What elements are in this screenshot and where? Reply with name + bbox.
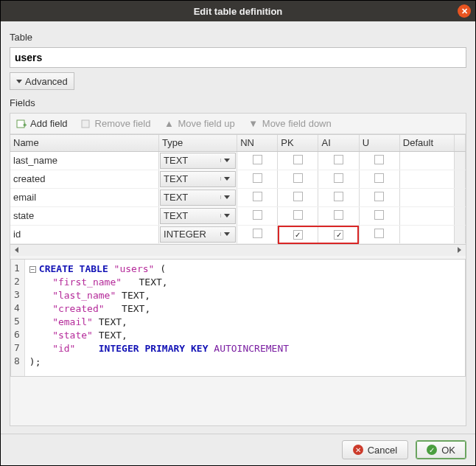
type-value: TEXT — [164, 192, 188, 203]
cancel-icon: ✕ — [353, 445, 363, 455]
nn-checkbox[interactable] — [253, 192, 262, 201]
pk-checkbox[interactable] — [293, 210, 303, 220]
remove-field-label: Remove field — [95, 118, 151, 129]
add-field-button[interactable]: + Add field — [16, 118, 68, 129]
pk-checkbox[interactable] — [293, 173, 303, 183]
type-value: TEXT — [164, 173, 188, 184]
chevron-down-icon[interactable] — [220, 195, 232, 199]
ok-icon: ✓ — [427, 445, 437, 455]
type-select[interactable]: TEXT — [160, 208, 236, 224]
ai-checkbox[interactable] — [334, 210, 343, 220]
type-select[interactable]: TEXT — [160, 171, 236, 187]
ai-checkbox[interactable] — [334, 173, 343, 183]
default-cell[interactable] — [399, 151, 454, 170]
col-default[interactable]: Default — [399, 135, 454, 151]
arrow-up-icon: ▲ — [164, 119, 174, 129]
scroll-left-icon[interactable] — [15, 247, 18, 253]
col-pk[interactable]: PK — [278, 135, 318, 151]
table-row[interactable]: email TEXT — [10, 188, 466, 206]
svg-text:+: + — [23, 121, 27, 129]
field-name-cell[interactable]: last_name — [10, 151, 159, 170]
col-u[interactable]: U — [359, 135, 399, 151]
add-field-label: Add field — [30, 118, 68, 129]
sql-preview[interactable]: 12345678 −CREATE TABLE "users" ( "first_… — [10, 259, 466, 377]
nn-checkbox[interactable] — [253, 210, 262, 220]
dialog-content: Table Advanced Fields + Add field Re — [1, 21, 475, 434]
fields-toolbar: + Add field Remove field ▲ Move field up… — [10, 114, 466, 134]
table-label: Table — [10, 32, 466, 43]
svg-rect-2 — [82, 120, 89, 128]
default-cell[interactable] — [399, 170, 454, 188]
cancel-label: Cancel — [368, 445, 397, 456]
vertical-scrollbar[interactable] — [455, 135, 466, 151]
ai-checkbox[interactable] — [334, 192, 343, 201]
type-select[interactable]: TEXT — [160, 153, 236, 169]
remove-icon — [81, 119, 91, 129]
table-row[interactable]: id INTEGER — [10, 225, 466, 243]
dialog-footer: ✕ Cancel ✓ OK — [1, 434, 475, 465]
u-checkbox[interactable] — [374, 210, 384, 220]
close-icon[interactable]: ✕ — [458, 4, 471, 18]
ai-checkbox[interactable] — [334, 230, 343, 240]
field-name-cell[interactable]: id — [10, 225, 159, 243]
u-checkbox[interactable] — [374, 192, 384, 201]
fields-panel: + Add field Remove field ▲ Move field up… — [10, 113, 466, 426]
col-type[interactable]: Type — [159, 135, 237, 151]
titlebar: Edit table definition ✕ — [1, 1, 475, 21]
chevron-down-icon — [16, 80, 22, 83]
advanced-label: Advanced — [25, 76, 68, 87]
col-nn[interactable]: NN — [237, 135, 278, 151]
chevron-down-icon[interactable] — [220, 232, 232, 236]
arrow-down-icon: ▼ — [248, 119, 259, 129]
type-value: TEXT — [164, 210, 188, 221]
pk-checkbox[interactable] — [293, 230, 303, 240]
advanced-toggle[interactable]: Advanced — [10, 72, 74, 90]
field-name-cell[interactable]: created — [10, 170, 159, 188]
ok-label: OK — [441, 445, 455, 456]
nn-checkbox[interactable] — [253, 173, 262, 183]
default-cell[interactable] — [399, 188, 454, 206]
chevron-down-icon[interactable] — [220, 159, 232, 162]
type-select[interactable]: TEXT — [160, 189, 236, 206]
sql-code[interactable]: −CREATE TABLE "users" ( "first_name" TEX… — [25, 260, 293, 376]
type-value: INTEGER — [164, 229, 206, 240]
grid-header-row: Name Type NN PK AI U Default — [10, 135, 466, 151]
u-checkbox[interactable] — [374, 155, 384, 164]
scroll-right-icon[interactable] — [458, 247, 461, 253]
ok-button[interactable]: ✓ OK — [416, 440, 466, 459]
fields-label: Fields — [10, 97, 466, 108]
table-name-input[interactable] — [10, 47, 466, 68]
ai-checkbox[interactable] — [334, 155, 343, 164]
u-checkbox[interactable] — [374, 229, 384, 238]
fields-grid: Name Type NN PK AI U Default last_name T… — [10, 134, 466, 244]
dialog-window: Edit table definition ✕ Table Advanced F… — [0, 0, 476, 466]
table-row[interactable]: state TEXT — [10, 206, 466, 225]
sql-gutter: 12345678 — [11, 260, 25, 376]
remove-field-button: Remove field — [81, 118, 151, 129]
horizontal-scrollbar[interactable] — [10, 244, 466, 256]
add-icon: + — [16, 119, 27, 129]
default-cell[interactable] — [399, 225, 454, 243]
col-name[interactable]: Name — [10, 135, 159, 151]
chevron-down-icon[interactable] — [220, 177, 232, 181]
type-value: TEXT — [164, 155, 188, 166]
window-title: Edit table definition — [194, 6, 283, 17]
nn-checkbox[interactable] — [253, 155, 262, 164]
pk-checkbox[interactable] — [293, 155, 303, 164]
move-field-down-button: ▼ Move field down — [248, 118, 332, 129]
table-row[interactable]: created TEXT — [10, 170, 466, 188]
default-cell[interactable] — [399, 206, 454, 225]
cancel-button[interactable]: ✕ Cancel — [342, 440, 408, 459]
move-up-label: Move field up — [178, 118, 234, 129]
type-select[interactable]: INTEGER — [160, 226, 236, 243]
chevron-down-icon[interactable] — [220, 214, 232, 218]
col-ai[interactable]: AI — [318, 135, 359, 151]
pk-checkbox[interactable] — [293, 192, 303, 201]
field-name-cell[interactable]: state — [10, 206, 159, 225]
field-name-cell[interactable]: email — [10, 188, 159, 206]
u-checkbox[interactable] — [374, 173, 384, 183]
nn-checkbox[interactable] — [253, 229, 262, 238]
move-field-up-button: ▲ Move field up — [164, 118, 234, 129]
move-down-label: Move field down — [262, 118, 332, 129]
table-row[interactable]: last_name TEXT — [10, 151, 466, 170]
